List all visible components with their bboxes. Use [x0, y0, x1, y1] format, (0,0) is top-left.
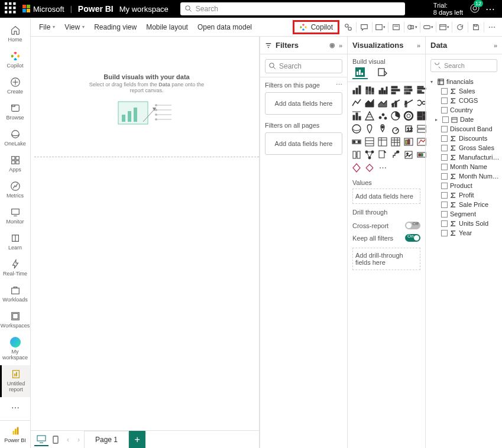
visual-type-20[interactable]: [377, 124, 388, 134]
filters-all-pages-drop[interactable]: Add data fields here: [265, 132, 342, 155]
field-segment[interactable]: Segment: [428, 209, 500, 219]
nav-workspaces[interactable]: Workspaces: [0, 307, 30, 333]
visual-type-33[interactable]: [390, 150, 401, 160]
menu-view[interactable]: View▾: [60, 23, 89, 31]
menu-reading-view[interactable]: Reading view: [89, 23, 141, 31]
visual-type-13[interactable]: [364, 111, 375, 121]
visual-type-0[interactable]: [351, 85, 362, 95]
drill-through-drop[interactable]: Add drill-through fields here: [352, 248, 420, 270]
visual-type-2[interactable]: [377, 85, 388, 95]
field-cogs[interactable]: COGS: [428, 96, 500, 105]
keep-filters-toggle[interactable]: On: [405, 234, 420, 242]
field-checkbox[interactable]: [441, 220, 448, 227]
visual-type-14[interactable]: [377, 111, 388, 121]
nav-power-bi[interactable]: Power BI: [0, 420, 30, 448]
app-launcher-icon[interactable]: [5, 2, 17, 16]
visual-type-28[interactable]: [403, 137, 414, 147]
visual-type-36[interactable]: [351, 163, 362, 173]
visual-type-8[interactable]: [377, 98, 388, 108]
visual-type-21[interactable]: [390, 124, 401, 134]
explore-icon[interactable]: [342, 21, 355, 34]
buttons-icon[interactable]: ▾: [422, 21, 435, 34]
visual-gallery-more[interactable]: ⋯: [377, 163, 388, 173]
field-checkbox[interactable]: [441, 98, 448, 104]
field-checkbox[interactable]: [441, 164, 448, 170]
nav-my-workspace[interactable]: My workspace: [0, 333, 30, 365]
visual-type-4[interactable]: [403, 85, 414, 95]
visual-type-34[interactable]: [403, 150, 414, 160]
visual-type-1[interactable]: [364, 85, 375, 95]
format-visual-tab[interactable]: [375, 66, 390, 79]
mobile-view-button[interactable]: [48, 433, 63, 446]
filters-this-page-drop[interactable]: Add data fields here: [265, 92, 342, 115]
nav-overflow[interactable]: ⋯: [0, 400, 30, 417]
report-canvas[interactable]: Build visuals with your data Select or d…: [31, 37, 259, 430]
visual-type-16[interactable]: [403, 111, 414, 121]
search-input[interactable]: Search: [180, 2, 405, 15]
nav-workloads[interactable]: Workloads: [0, 281, 30, 307]
visual-icon[interactable]: ▾: [438, 21, 451, 34]
field-checkbox[interactable]: [441, 192, 448, 199]
field-units-sold[interactable]: Units Sold: [428, 219, 500, 228]
visual-type-18[interactable]: [351, 124, 362, 134]
visual-type-9[interactable]: [390, 98, 401, 108]
data-search-input[interactable]: Search: [430, 59, 497, 72]
insert-icon[interactable]: ▾: [374, 21, 387, 34]
visual-type-12[interactable]: [351, 111, 362, 121]
page-prev-button[interactable]: ‹: [63, 436, 73, 444]
ribbon-overflow-icon[interactable]: ⋯: [485, 21, 498, 34]
field-checkbox[interactable]: [441, 230, 448, 236]
visual-type-24[interactable]: [351, 137, 362, 147]
filters-search-input[interactable]: Search: [265, 59, 342, 73]
filter-section-menu[interactable]: ⋯: [336, 81, 342, 89]
field-checkbox[interactable]: [441, 202, 448, 208]
visual-type-25[interactable]: [364, 137, 375, 147]
field-month-number[interactable]: Month Number: [428, 171, 500, 181]
field-checkbox[interactable]: [442, 116, 449, 123]
field-product[interactable]: Product: [428, 181, 500, 190]
collapse-viz-icon[interactable]: »: [417, 42, 420, 49]
copilot-button[interactable]: Copilot: [293, 20, 339, 34]
nav-copilot[interactable]: Copilot: [0, 47, 30, 73]
visual-type-31[interactable]: [364, 150, 375, 160]
visual-type-10[interactable]: [403, 98, 414, 108]
visual-type-27[interactable]: [390, 137, 401, 147]
save-icon[interactable]: [469, 21, 482, 34]
trial-status[interactable]: Trial: 8 days left: [433, 2, 463, 16]
field-checkbox[interactable]: [441, 107, 448, 113]
visual-type-30[interactable]: [351, 150, 362, 160]
visual-type-37[interactable]: [364, 163, 375, 173]
nav-browse[interactable]: Browse: [0, 99, 30, 125]
cross-report-toggle[interactable]: Off: [405, 222, 420, 229]
collapse-data-icon[interactable]: »: [494, 42, 497, 49]
nav-create[interactable]: Create: [0, 73, 30, 99]
values-drop[interactable]: Add data fields here: [352, 189, 420, 204]
menu-file[interactable]: File▾: [34, 23, 60, 31]
nav-learn[interactable]: Learn: [0, 229, 30, 255]
field-country[interactable]: Country: [428, 105, 500, 115]
textbox-icon[interactable]: [390, 21, 403, 34]
field-checkbox[interactable]: [441, 88, 448, 95]
shapes-icon[interactable]: ▾: [406, 21, 419, 34]
nav-current-report[interactable]: Untitled report: [0, 365, 30, 397]
field-checkbox[interactable]: [441, 126, 448, 132]
field-checkbox[interactable]: [441, 173, 448, 180]
field-month-name[interactable]: Month Name: [428, 162, 500, 171]
expand-pane-icon[interactable]: »: [339, 42, 342, 49]
field-checkbox[interactable]: [441, 183, 448, 189]
field-discounts[interactable]: Discounts: [428, 134, 500, 143]
field-checkbox[interactable]: [441, 154, 448, 161]
visual-type-3[interactable]: [390, 85, 401, 95]
nav-monitor[interactable]: Monitor: [0, 203, 30, 229]
field-checkbox[interactable]: [441, 211, 448, 217]
nav-realtime[interactable]: Real-Time: [0, 255, 30, 281]
field-manufacturing-[interactable]: Manufacturing ...: [428, 152, 500, 162]
visual-type-7[interactable]: [364, 98, 375, 108]
desktop-view-button[interactable]: [34, 433, 48, 446]
field-profit[interactable]: Profit: [428, 190, 500, 200]
field-discount-band[interactable]: Discount Band: [428, 124, 500, 134]
add-page-button[interactable]: +: [129, 431, 145, 448]
refresh-icon[interactable]: [454, 21, 467, 34]
visual-type-6[interactable]: [351, 98, 362, 108]
field-checkbox[interactable]: [441, 135, 448, 142]
